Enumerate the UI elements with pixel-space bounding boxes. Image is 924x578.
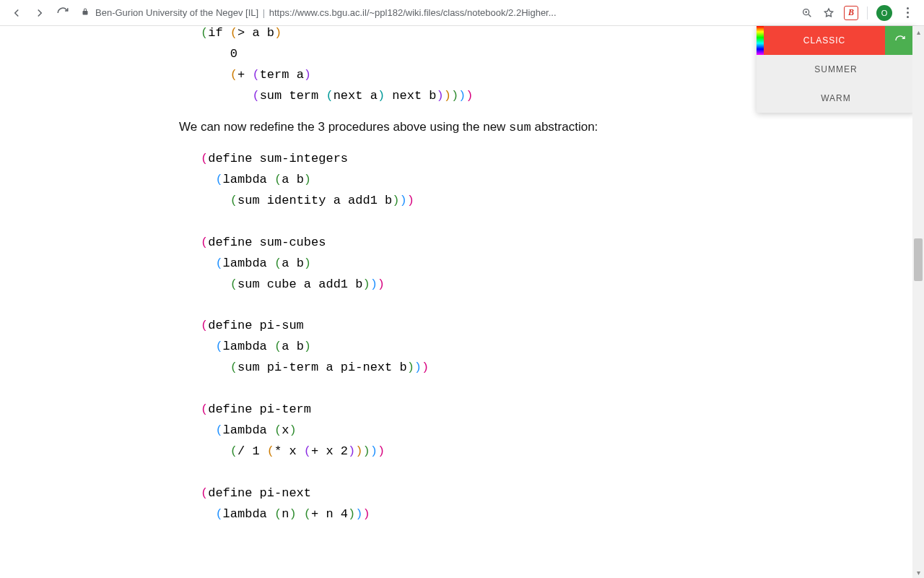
scroll-thumb[interactable] [914, 238, 923, 281]
theme-option-summer[interactable]: SUMMER [757, 55, 915, 84]
paragraph-redefine: We can now redefine the 3 procedures abo… [179, 118, 829, 137]
browser-toolbar: Ben-Gurion University of the Negev [IL] … [0, 0, 924, 26]
address-bar[interactable]: Ben-Gurion University of the Negev [IL] … [75, 6, 795, 20]
zoom-icon[interactable] [801, 7, 814, 20]
back-button[interactable] [10, 7, 23, 20]
code-block-sum-def-tail: (if (> a b) 0 (+ (term a) (sum term (nex… [201, 26, 829, 107]
reload-button[interactable] [56, 7, 69, 20]
menu-button[interactable] [901, 7, 914, 20]
theme-option-warm[interactable]: WARM [757, 84, 915, 113]
theme-panel: CLASSIC SUMMER WARM [757, 26, 915, 113]
vertical-scrollbar[interactable]: ▴ ▾ [912, 26, 924, 578]
address-text: Ben-Gurion University of the Negev [IL] … [95, 7, 557, 18]
star-icon[interactable] [822, 7, 835, 20]
theme-option-classic[interactable]: CLASSIC [764, 26, 885, 55]
scroll-down-button[interactable]: ▾ [912, 566, 924, 578]
theme-refresh-button[interactable] [885, 26, 915, 55]
profile-avatar[interactable]: O [876, 5, 892, 21]
separator [867, 7, 868, 20]
rainbow-strip-icon [757, 26, 764, 55]
code-block-definitions: (define sum-integers (lambda (a b) (sum … [201, 149, 829, 525]
lock-icon [81, 7, 90, 18]
extension-b-icon[interactable]: B [844, 6, 858, 20]
forward-button[interactable] [33, 7, 46, 20]
scroll-up-button[interactable]: ▴ [912, 26, 924, 38]
